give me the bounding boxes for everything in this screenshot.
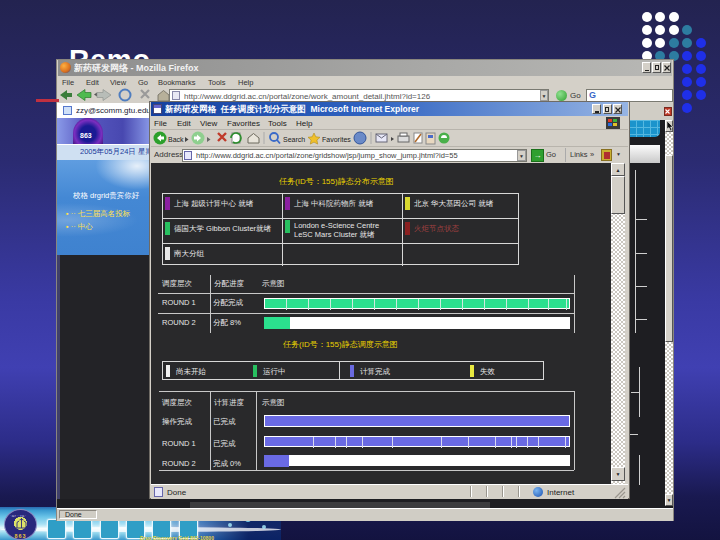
svg-text:Back: Back bbox=[168, 136, 184, 143]
svg-text:Search: Search bbox=[283, 136, 305, 143]
svg-text:Favorites: Favorites bbox=[322, 136, 351, 143]
